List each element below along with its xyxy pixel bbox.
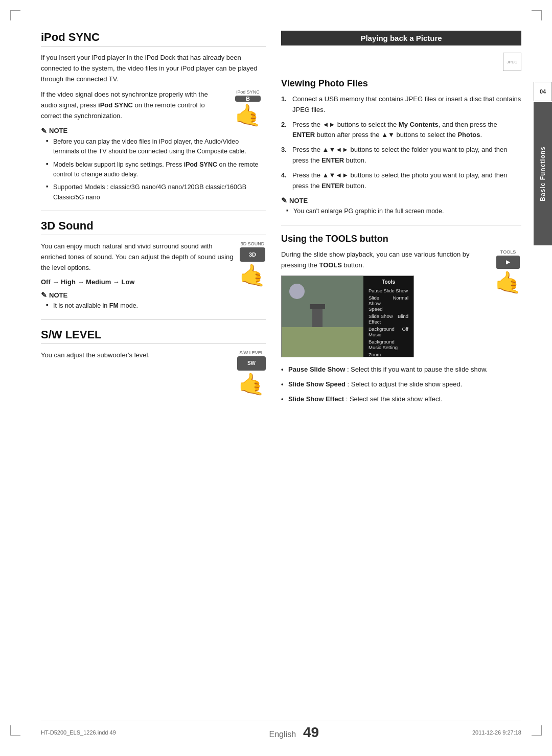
3d-sound-note: NOTE It is not available in FM mode. [41,291,266,311]
3d-sound-remote: 3D SOUND 3D 🤙 [239,241,266,288]
ipod-sync-body1: If you insert your iPod player in the iP… [41,53,266,84]
tools-photo-svg [282,276,363,357]
sw-level-title: S/W LEVEL [41,328,266,344]
jpeg-badge: JPEG [503,53,521,71]
tools-menu-zoom: Zoom [369,351,408,357]
3d-sound-arrow: Off → High → Medium → Low [41,278,266,286]
tools-bullet-list: Pause Slide Show : Select this if you wa… [281,364,521,404]
viewing-photo-step-3: Press the ▲▼◄► buttons to select the fol… [281,145,521,166]
tools-body: During the slide show playback, you can … [281,249,521,271]
tools-menu-speed: Slide Show SpeedNormal [369,294,408,312]
footer-right: 2011-12-26 9:27:18 [472,729,521,736]
right-column: Playing back a Picture JPEG Viewing Phot… [281,31,521,725]
ipod-sync-remote: iPod SYNC B 🤙 [230,89,266,125]
sw-level-section: S/W LEVEL S/W LEVEL SW 🤙 You can adjust … [41,328,266,361]
svg-rect-1 [282,327,363,357]
ipod-sync-bold: iPod SYNC [98,101,133,109]
viewing-photo-step-1: Connect a USB memory that contains JPEG … [281,94,521,116]
ipod-sync-note-item-2: Models below support lip sync settings. … [46,160,266,180]
svg-rect-3 [312,307,323,327]
svg-rect-4 [310,304,325,309]
ipod-sync-title: iPod SYNC [41,31,266,47]
viewing-photo-note-list: You can't enlarge PG graphic in the full… [281,207,521,216]
sep-2 [41,319,266,320]
page-container: iPod SYNC If you insert your iPod player… [0,0,552,756]
ipod-sync-section: iPod SYNC If you insert your iPod player… [41,31,266,202]
3d-sound-hand-icon: 🤙 [239,263,266,288]
tools-body-post: button. [342,261,364,269]
tools-bullet-2: Slide Show Speed : Select to adjust the … [281,379,521,390]
tools-screenshot: Tools Pause Slide Show Slide Show SpeedN… [281,276,414,357]
3d-sound-body: You can enjoy much natural and vivid sur… [41,241,266,273]
tools-photo-bg [282,276,363,357]
3d-sound-remote-label: 3D SOUND [241,241,265,246]
3d-sound-note-list: It is not available in FM mode. [41,301,266,311]
viewing-photo-step-2: Press the ◄► buttons to select the My Co… [281,120,521,141]
3d-sound-note-item-1: It is not available in FM mode. [46,301,266,311]
tools-menu-bgmusic: Background MusicOff [369,325,408,338]
sw-level-remote-label: S/W LEVEL [239,350,264,355]
ipod-sync-note: NOTE Before you can play the video files… [41,127,266,202]
section-header-bar: Playing back a Picture [281,31,521,45]
section-header-text: Playing back a Picture [360,34,442,42]
tools-menu-effect: Slide Show EffectBlind [369,312,408,325]
ipod-sync-note-title: NOTE [41,127,225,135]
sw-level-button-box: SW [237,356,266,371]
jpeg-badge-wrap: JPEG [281,53,521,74]
ipod-sync-note-item-1: Before you can play the video files in i… [46,137,266,157]
tools-bullet-1: Pause Slide Show : Select this if you wa… [281,364,521,375]
tools-remote-label: TOOLS [500,249,516,255]
ipod-sync-button-box: B [235,96,261,102]
tools-menu-title: Tools [369,279,408,285]
tools-hand-icon: 🤙 [495,270,521,295]
tools-menu: Tools Pause Slide Show Slide Show SpeedN… [363,276,413,357]
ipod-sync-note-list: Before you can play the video files in i… [41,137,266,202]
page-footer: HT-D5200_ELS_1226.indd 49 English 49 201… [41,721,521,741]
ipod-sync-remote-label: iPod SYNC [236,89,260,95]
viewing-photo-title: Viewing Photo Files [281,78,521,89]
page-number-english: English [269,730,296,739]
3d-sound-note-title: NOTE [41,291,235,299]
viewing-photo-note-item-1: You can't enlarge PG graphic in the full… [286,207,521,216]
tools-body-pre: During the slide show playback, you can … [281,250,470,269]
ipod-sync-note-item-3: Supported Models : classic/3G nano/4G na… [46,182,266,202]
tools-menu-bgmusic-setting: Background Music Setting [369,338,408,351]
sw-level-body: You can adjust the subwoofer's level. [41,350,266,361]
3d-sound-section: 3D Sound 3D SOUND 3D 🤙 You can enjoy muc… [41,219,266,311]
tools-menu-pause: Pause Slide Show [369,287,408,294]
3d-sound-arrow-text: Off → High → Medium → Low [41,278,134,286]
3d-sound-title: 3D Sound [41,219,266,235]
viewing-photo-note: NOTE You can't enlarge PG graphic in the… [281,196,521,216]
jpeg-label: JPEG [507,60,518,64]
ipod-sync-hand-icon: 🤙 [235,103,261,128]
tools-remote: TOOLS ▶ 🤙 [495,249,521,295]
tools-bullet-3: Slide Show Effect : Select set the slide… [281,394,521,405]
viewing-photo-section: Viewing Photo Files Connect a USB memory… [281,78,521,217]
tools-button-section: Using the TOOLS button TOOLS ▶ 🤙 During … [281,234,521,405]
viewing-photo-note-title: NOTE [281,196,521,204]
sw-level-hand-icon: 🤙 [238,372,265,397]
3d-sound-button-box: 3D [240,247,265,262]
footer-left: HT-D5200_ELS_1226.indd 49 [41,729,116,736]
sw-level-remote: S/W LEVEL SW 🤙 [237,350,266,397]
svg-point-2 [289,284,305,299]
left-column: iPod SYNC If you insert your iPod player… [41,31,266,725]
tools-button-box: ▶ [496,256,520,269]
tools-bold: TOOLS [319,261,342,269]
viewing-photo-steps: Connect a USB memory that contains JPEG … [281,94,521,191]
page-number-area: English 49 [269,724,319,741]
viewing-photo-step-4: Press the ▲▼◄► buttons to select the pho… [281,170,521,192]
page-number: 49 [303,724,319,741]
tools-button-title: Using the TOOLS button [281,234,521,244]
sep-1 [41,211,266,211]
sep-right-1 [281,225,521,225]
main-content: iPod SYNC If you insert your iPod player… [41,31,521,725]
